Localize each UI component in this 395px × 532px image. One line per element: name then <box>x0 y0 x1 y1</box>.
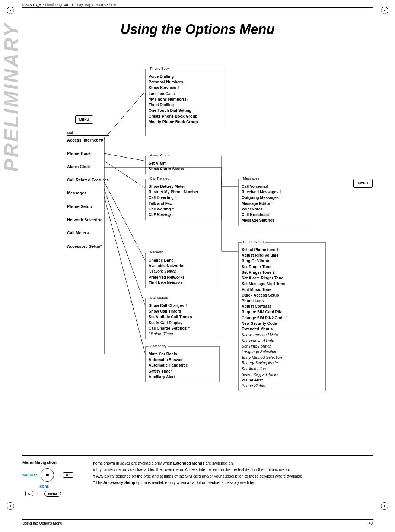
accessory-items: Mute Car RadioAutomatic AnswerAutomatic … <box>149 351 216 380</box>
menu-item: Require SIM Card PIN <box>242 309 322 315</box>
menu-oval-button[interactable]: Menu <box>44 491 61 497</box>
network-title: Network <box>149 250 165 255</box>
menu-item: Extended Menus <box>242 326 322 332</box>
main-menu-title: Main <box>67 130 109 136</box>
menu-item: Restrict My Phone Number <box>149 189 218 195</box>
phone-setup-title: Phone Setup <box>242 239 265 244</box>
call-related-box: Call Related Show Battery MeterRestrict … <box>145 179 222 220</box>
menu-item: Quick Access Setup <box>242 292 322 298</box>
call-related-title: Call Related <box>149 176 171 181</box>
accessory-box: Accessory Mute Car RadioAutomatic Answer… <box>145 346 220 382</box>
menu-item: Preferred Networks <box>149 275 216 280</box>
menu-item: Voice Dialling <box>149 74 222 79</box>
menu-item: Phone Status <box>242 383 322 389</box>
phone-setup-box: Phone Setup Select Phone Line †Adjust Ri… <box>238 242 326 391</box>
accessory-title: Accessory <box>149 343 168 349</box>
menu-item: Set In-Call Display <box>149 320 220 326</box>
call-related-items: Show Battery MeterRestrict My Phone Numb… <box>149 184 218 218</box>
menu-item: Set Message Alert Tone <box>242 281 322 286</box>
menu-item: Safety Timer <box>149 368 216 374</box>
menu-item: Show Time and Date <box>242 332 322 338</box>
menu-item: VoiceNotes <box>242 206 315 212</box>
network-items: Change BandAvailable NetworksNetwork Sea… <box>149 257 216 286</box>
messages-items: Call VoicemailReceived Messages †Outgoin… <box>242 184 315 224</box>
menu-item: Cell Broadcast <box>242 212 315 218</box>
menu-item: Call Waiting † <box>149 206 218 212</box>
main-menu-item: Phone Book <box>67 151 109 157</box>
c-arrow-row: C ← Menu <box>25 491 86 497</box>
menu-icon-main-label: MENU <box>79 118 89 121</box>
menu-item: Last Ten Calls <box>149 91 222 96</box>
menu-item: Personal Numbers <box>149 79 222 85</box>
menu-item: My Phone Number(s) <box>149 96 222 102</box>
menu-item: Set Ringer Tone <box>242 264 322 270</box>
menu-item: Outgoing Messages † <box>242 195 315 200</box>
c-button[interactable]: C <box>25 491 33 496</box>
menu-item: Set Time and Date <box>242 338 322 343</box>
main-menu: Main Access Internet †#Phone BookAlarm C… <box>67 130 109 256</box>
menu-item: Adjust Ring Volume <box>242 253 322 258</box>
menu-item: Change Band <box>149 257 216 263</box>
svg-line-6 <box>104 91 145 139</box>
icons-label: Icons <box>39 484 49 488</box>
main-menu-item: Accessory Setup* <box>67 243 109 250</box>
nav-left: Menu Navigation NavDisc → OK Icons C ← M… <box>22 460 86 497</box>
nav-section: Menu Navigation NavDisc → OK Icons C ← M… <box>22 455 373 497</box>
menu-item: Set Animation <box>242 366 322 372</box>
footer-left: Using the Options Menu <box>22 521 62 525</box>
asterisk-note: * The Accessory Setup option is availabl… <box>93 479 373 486</box>
menu-item: Call Diverting † <box>149 195 218 200</box>
menu-item: Set Ringer Tone 2 † <box>242 270 322 275</box>
menu-icon-right[interactable]: MENU <box>353 179 373 188</box>
menu-item: Show Call Timers <box>149 308 220 314</box>
menu-item: Set Alarm Ringer Tone <box>242 275 322 281</box>
alarm-clock-title: Alarm Clock <box>149 153 171 158</box>
menu-item: Call Charge Settings † <box>149 326 220 331</box>
messages-box: Messages Call VoicemailReceived Messages… <box>238 179 318 226</box>
alarm-clock-box: Alarm Clock Set AlarmShow Alarm Status <box>145 156 222 174</box>
menu-item: Fixed Dialling † <box>149 102 222 108</box>
svg-line-17 <box>104 197 145 354</box>
menu-item: Available Networks <box>149 263 216 269</box>
main-menu-item: Access Internet †# <box>67 137 109 144</box>
nav-disc-label: NavDisc <box>22 473 38 477</box>
main-menu-item: Phone Setup <box>67 203 109 210</box>
phone-book-box: Phone Book Voice DiallingPersonal Number… <box>145 69 225 127</box>
menu-item: Call Voicemail <box>242 184 315 189</box>
header-bar: (A5) Book_8J51.book Page 40 Thursday, Ma… <box>22 3 373 8</box>
network-box: Network Change BandAvailable NetworksNet… <box>145 253 219 288</box>
main-menu-item: Network Selection <box>67 217 109 224</box>
main-menu-item: Messages <box>67 190 109 197</box>
corner-mark-tr <box>377 7 388 18</box>
menu-item: Battery Saving Mode <box>242 360 322 366</box>
menu-item: Set Audible Call Timers <box>149 314 220 320</box>
footer-right: 40 <box>369 521 373 525</box>
hash-note: # If your service provider has added the… <box>93 466 373 473</box>
italics-note: Items shown in Italics are available onl… <box>93 460 373 466</box>
menu-item: Show Alarm Status <box>149 166 218 172</box>
svg-line-7 <box>104 153 145 161</box>
phone-book-items: Voice DiallingPersonal NumbersShow Servi… <box>149 74 222 125</box>
call-meters-items: Show Call Charges †Show Call TimersSet A… <box>149 303 220 337</box>
menu-item: Set Time Format <box>242 343 322 349</box>
nav-disc-icon[interactable] <box>41 468 54 482</box>
menu-item: Phone Lock <box>242 298 322 304</box>
menu-item: Show Services † <box>149 85 222 91</box>
menu-item: Show Battery Meter <box>149 184 218 189</box>
phone-setup-items: Select Phone Line †Adjust Ring VolumeRin… <box>242 247 322 389</box>
nav-section-title: Menu Navigation <box>22 460 86 465</box>
main-menu-item: Call Related Features <box>67 177 109 184</box>
legend-section: Items shown in Italics are available onl… <box>93 460 373 486</box>
menu-item: Received Messages † <box>242 189 315 195</box>
menu-item: Message Settings <box>242 218 315 223</box>
preliminary-watermark: PRELIMINARY <box>0 22 22 172</box>
menu-item: Entry Method Selection <box>242 355 322 360</box>
phone-book-title: Phone Book <box>149 66 171 71</box>
menu-item: Mute Car Radio <box>149 351 216 357</box>
alarm-clock-items: Set AlarmShow Alarm Status <box>149 161 218 172</box>
menu-item: Show Call Charges † <box>149 303 220 308</box>
menu-item: Change SIM PIN2 Code † <box>242 315 322 321</box>
menu-icon-main[interactable]: MENU <box>75 115 93 124</box>
menu-item: Select Keypad Tones <box>242 372 322 377</box>
ok-button[interactable]: OK <box>63 472 73 478</box>
